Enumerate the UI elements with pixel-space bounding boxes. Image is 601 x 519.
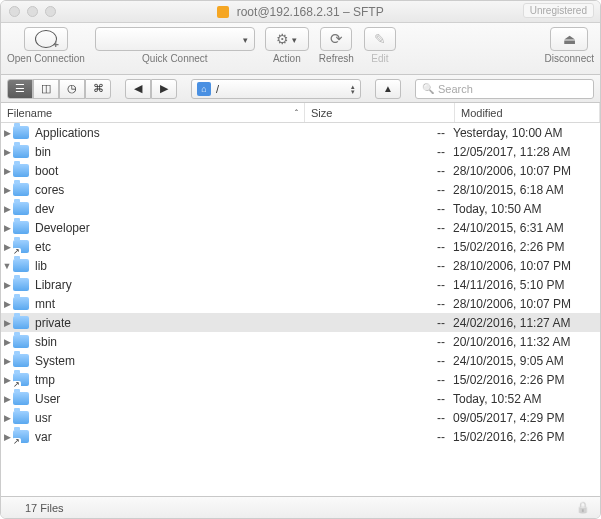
refresh-icon	[330, 30, 343, 48]
connection-icon	[217, 6, 229, 18]
file-modified: 14/11/2016, 5:10 PM	[453, 278, 598, 292]
file-name: sbin	[35, 335, 303, 349]
refresh-label: Refresh	[319, 53, 354, 64]
file-size: --	[303, 259, 453, 273]
file-modified: 15/02/2016, 2:26 PM	[453, 373, 598, 387]
view-columns-button[interactable]: ◫	[33, 79, 59, 99]
view-bonjour-button[interactable]: ⌘	[85, 79, 111, 99]
quick-connect-combo[interactable]	[95, 27, 255, 51]
folder-icon	[13, 392, 29, 405]
file-row[interactable]: ▶sbin--20/10/2016, 11:32 AM	[1, 332, 600, 351]
file-name: boot	[35, 164, 303, 178]
disclosure-triangle-icon[interactable]: ▶	[1, 185, 13, 195]
sort-ascending-icon: ˆ	[295, 108, 298, 118]
file-row[interactable]: ▶mnt--28/10/2006, 10:07 PM	[1, 294, 600, 313]
file-modified: 24/02/2016, 11:27 AM	[453, 316, 598, 330]
disclosure-triangle-icon[interactable]: ▶	[1, 147, 13, 157]
folder-icon	[13, 411, 29, 424]
disclosure-triangle-icon[interactable]: ▶	[1, 413, 13, 423]
nav-back-button[interactable]: ◀	[125, 79, 151, 99]
file-size: --	[303, 392, 453, 406]
file-modified: 20/10/2016, 11:32 AM	[453, 335, 598, 349]
disclosure-triangle-icon[interactable]: ▶	[1, 356, 13, 366]
open-connection-button[interactable]	[24, 27, 68, 51]
file-row[interactable]: ▶Developer--24/10/2015, 6:31 AM	[1, 218, 600, 237]
action-group: Action	[265, 27, 309, 64]
nav-forward-button[interactable]: ▶	[151, 79, 177, 99]
action-button[interactable]	[265, 27, 309, 51]
file-name: User	[35, 392, 303, 406]
file-size: --	[303, 278, 453, 292]
disclosure-triangle-icon[interactable]: ▶	[1, 166, 13, 176]
file-name: bin	[35, 145, 303, 159]
folder-icon	[13, 278, 29, 291]
column-filename[interactable]: Filenameˆ	[1, 103, 305, 122]
disclosure-triangle-icon[interactable]: ▶	[1, 318, 13, 328]
file-row[interactable]: ▶Applications--Yesterday, 10:00 AM	[1, 123, 600, 142]
file-name: mnt	[35, 297, 303, 311]
title-bar: root@192.168.2.31 – SFTP Unregistered	[1, 1, 600, 23]
folder-icon	[13, 316, 29, 329]
file-row[interactable]: ▶usr--09/05/2017, 4:29 PM	[1, 408, 600, 427]
view-history-button[interactable]: ◷	[59, 79, 85, 99]
folder-icon	[13, 297, 29, 310]
file-size: --	[303, 411, 453, 425]
file-modified: 24/10/2015, 6:31 AM	[453, 221, 598, 235]
window-title-text: root@192.168.2.31 – SFTP	[237, 5, 384, 19]
path-selector[interactable]: ⌂ / ▴▾	[191, 79, 361, 99]
disclosure-triangle-icon[interactable]: ▶	[1, 280, 13, 290]
main-toolbar: Open Connection Quick Connect Action Ref…	[1, 23, 600, 75]
file-row[interactable]: ▶tmp--15/02/2016, 2:26 PM	[1, 370, 600, 389]
file-row[interactable]: ▶Library--14/11/2016, 5:10 PM	[1, 275, 600, 294]
edit-button[interactable]	[364, 27, 396, 51]
file-row[interactable]: ▶var--15/02/2016, 2:26 PM	[1, 427, 600, 446]
file-row[interactable]: ▶etc--15/02/2016, 2:26 PM	[1, 237, 600, 256]
refresh-button[interactable]	[320, 27, 352, 51]
file-row[interactable]: ▶dev--Today, 10:50 AM	[1, 199, 600, 218]
file-row[interactable]: ▶System--24/10/2015, 9:05 AM	[1, 351, 600, 370]
file-row[interactable]: ▼lib--28/10/2006, 10:07 PM	[1, 256, 600, 275]
edit-label: Edit	[371, 53, 388, 64]
go-up-button[interactable]: ▲	[375, 79, 401, 99]
file-name: tmp	[35, 373, 303, 387]
disclosure-triangle-icon[interactable]: ▶	[1, 337, 13, 347]
file-modified: 09/05/2017, 4:29 PM	[453, 411, 598, 425]
disclosure-triangle-icon[interactable]: ▶	[1, 299, 13, 309]
file-list[interactable]: ▶Applications--Yesterday, 10:00 AM▶bin--…	[1, 123, 600, 446]
file-row[interactable]: ▶User--Today, 10:52 AM	[1, 389, 600, 408]
path-value: /	[216, 83, 219, 95]
disclosure-triangle-icon[interactable]: ▶	[1, 223, 13, 233]
disclosure-triangle-icon[interactable]: ▶	[1, 204, 13, 214]
disclosure-triangle-icon[interactable]: ▶	[1, 394, 13, 404]
column-size[interactable]: Size	[305, 103, 455, 122]
file-name: usr	[35, 411, 303, 425]
file-modified: 15/02/2016, 2:26 PM	[453, 430, 598, 444]
file-modified: 28/10/2006, 10:07 PM	[453, 164, 598, 178]
file-name: cores	[35, 183, 303, 197]
search-input[interactable]: Search	[415, 79, 594, 99]
folder-icon	[13, 259, 29, 272]
disconnect-button[interactable]	[550, 27, 588, 51]
column-modified[interactable]: Modified	[455, 103, 600, 122]
disclosure-triangle-icon[interactable]: ▼	[1, 261, 13, 271]
disclosure-triangle-icon[interactable]: ▶	[1, 128, 13, 138]
file-modified: 28/10/2015, 6:18 AM	[453, 183, 598, 197]
file-name: lib	[35, 259, 303, 273]
disconnect-group: Disconnect	[545, 27, 594, 64]
file-name: var	[35, 430, 303, 444]
view-outline-button[interactable]: ☰	[7, 79, 33, 99]
file-row[interactable]: ▶private--24/02/2016, 11:27 AM	[1, 313, 600, 332]
file-modified: 28/10/2006, 10:07 PM	[453, 259, 598, 273]
file-size: --	[303, 126, 453, 140]
file-size: --	[303, 335, 453, 349]
file-row[interactable]: ▶bin--12/05/2017, 11:28 AM	[1, 142, 600, 161]
navigation-bar: ☰ ◫ ◷ ⌘ ◀ ▶ ⌂ / ▴▾ ▲ Search	[1, 75, 600, 103]
file-modified: Yesterday, 10:00 AM	[453, 126, 598, 140]
file-name: Applications	[35, 126, 303, 140]
file-row[interactable]: ▶cores--28/10/2015, 6:18 AM	[1, 180, 600, 199]
stepper-icon: ▴▾	[351, 84, 355, 94]
quick-connect-label: Quick Connect	[142, 53, 208, 64]
unregistered-badge[interactable]: Unregistered	[523, 3, 594, 18]
file-row[interactable]: ▶boot--28/10/2006, 10:07 PM	[1, 161, 600, 180]
status-count: 17 Files	[25, 502, 64, 514]
